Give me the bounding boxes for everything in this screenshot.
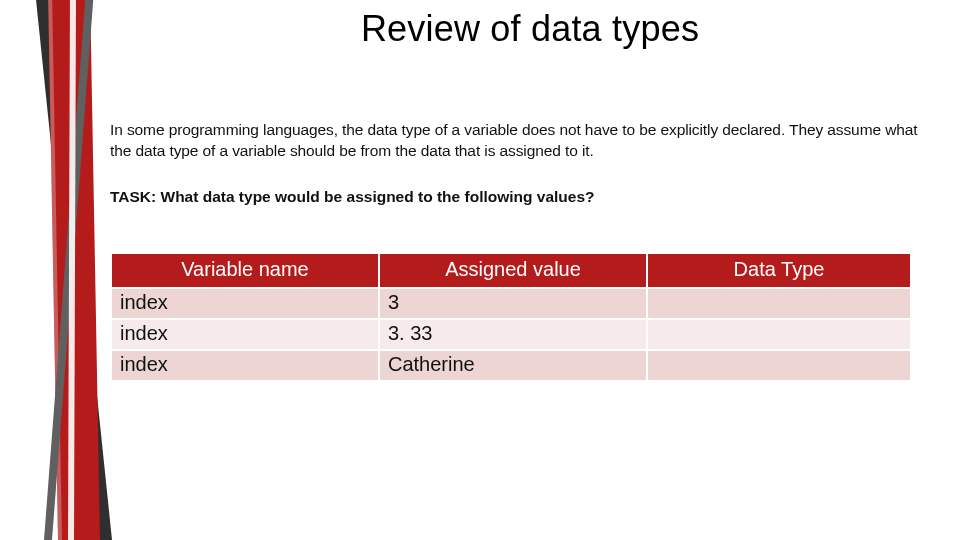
task-prompt: TASK: What data type would be assigned t… bbox=[110, 188, 930, 206]
cell-variable-name: index bbox=[111, 319, 379, 350]
intro-paragraph: In some programming languages, the data … bbox=[110, 120, 930, 162]
cell-data-type bbox=[647, 319, 911, 350]
cell-variable-name: index bbox=[111, 288, 379, 319]
col-header-data-type: Data Type bbox=[647, 253, 911, 288]
left-ribbon-decoration bbox=[0, 0, 118, 540]
cell-variable-name: index bbox=[111, 350, 379, 381]
col-header-assigned-value: Assigned value bbox=[379, 253, 647, 288]
col-header-variable-name: Variable name bbox=[111, 253, 379, 288]
cell-data-type bbox=[647, 350, 911, 381]
slide-body: In some programming languages, the data … bbox=[110, 120, 930, 382]
slide-title: Review of data types bbox=[110, 8, 950, 50]
table-header-row: Variable name Assigned value Data Type bbox=[111, 253, 911, 288]
table-row: index 3. 33 bbox=[111, 319, 911, 350]
data-type-table: Variable name Assigned value Data Type i… bbox=[110, 252, 912, 382]
slide: Review of data types In some programming… bbox=[0, 0, 960, 540]
cell-data-type bbox=[647, 288, 911, 319]
table-row: index 3 bbox=[111, 288, 911, 319]
table-row: index Catherine bbox=[111, 350, 911, 381]
cell-assigned-value: 3 bbox=[379, 288, 647, 319]
cell-assigned-value: 3. 33 bbox=[379, 319, 647, 350]
cell-assigned-value: Catherine bbox=[379, 350, 647, 381]
content-area: Review of data types In some programming… bbox=[110, 0, 950, 540]
